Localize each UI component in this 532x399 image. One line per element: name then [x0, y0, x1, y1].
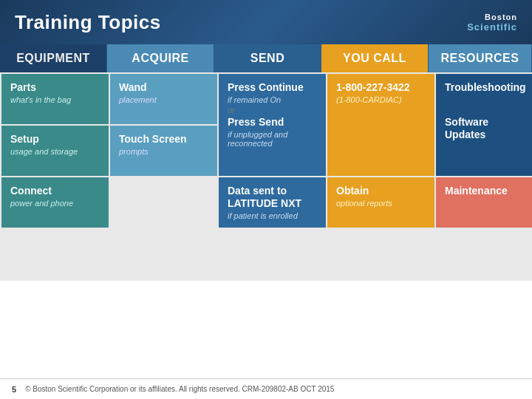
cell-empty-yc-4 [327, 229, 434, 279]
touch-sub: prompts [119, 147, 208, 156]
maintenance-title: Maintenance [445, 185, 531, 197]
send-continue-sub: if remained On [228, 95, 317, 104]
cell-empty-send-4 [219, 229, 326, 279]
column-headers: EQUIPMENT ACQUIRE SEND YOU CALL RESOURCE… [0, 44, 532, 72]
touch-title: Touch Screen [119, 133, 208, 146]
latitude-title: Data sent to LATITUDE NXT [228, 185, 317, 210]
copyright-text: © Boston Scientific Corporation or its a… [25, 385, 334, 393]
col-header-acquire: ACQUIRE [107, 44, 214, 72]
col-header-resources: RESOURCES [429, 44, 532, 72]
cell-latitude: Data sent to LATITUDE NXT if patient is … [219, 177, 326, 228]
software-updates-title: Software Updates [445, 116, 531, 141]
cell-wand: Wand placement [110, 74, 217, 124]
logo-line1: Boston [485, 13, 517, 21]
content-grid: Parts what's in the bag Wand placement P… [0, 72, 532, 281]
cell-send: Press Continue if remained On or Press S… [219, 74, 326, 176]
send-send-sub: if unplugged and reconnected [228, 130, 317, 148]
cell-obtain: Obtain optional reports [327, 177, 434, 228]
send-continue-title: Press Continue [228, 81, 317, 94]
page-title: Training Topics [15, 11, 161, 34]
cell-empty-acquire-3 [110, 177, 217, 228]
parts-sub: what's in the bag [10, 95, 100, 104]
setup-sub: usage and storage [10, 147, 100, 156]
connect-title: Connect [10, 185, 100, 197]
page-number: 5 [12, 385, 16, 394]
wand-title: Wand [119, 81, 208, 94]
cell-maintenance: Maintenance [436, 177, 532, 228]
setup-title: Setup [10, 133, 100, 146]
cell-empty-res-4 [436, 229, 532, 279]
footer: 5 © Boston Scientific Corporation or its… [0, 378, 532, 399]
obtain-sub: optional reports [336, 199, 426, 208]
latitude-sub: if patient is enrolled [228, 211, 317, 220]
parts-title: Parts [10, 81, 100, 94]
col-header-equipment: EQUIPMENT [0, 44, 107, 72]
phone-sub: (1-800-CARDIAC) [336, 95, 426, 104]
cell-touch-screen: Touch Screen prompts [110, 126, 217, 176]
connect-sub: power and phone [10, 199, 100, 208]
logo-line2: Scientific [467, 21, 517, 33]
col-header-you-call: YOU CALL [321, 44, 429, 72]
cell-parts: Parts what's in the bag [1, 74, 109, 124]
logo: Boston Scientific [467, 13, 517, 33]
cell-troubleshooting: Troubleshooting Software Updates [436, 74, 532, 176]
or-connector: or [228, 106, 317, 115]
obtain-title: Obtain [336, 185, 426, 197]
col-header-send: SEND [214, 44, 321, 72]
cell-empty-acq-4 [110, 229, 217, 279]
cell-1800: 1-800-227-3422 (1-800-CARDIAC) [327, 74, 434, 176]
wand-sub: placement [119, 95, 208, 104]
cell-setup: Setup usage and storage [1, 126, 109, 176]
send-send-title: Press Send [228, 116, 317, 129]
page-header: Training Topics Boston Scientific [0, 0, 532, 44]
phone-title: 1-800-227-3422 [336, 81, 426, 94]
cell-connect: Connect power and phone [1, 177, 109, 228]
cell-empty-eq-4 [1, 229, 109, 279]
troubleshooting-title: Troubleshooting [445, 81, 531, 94]
